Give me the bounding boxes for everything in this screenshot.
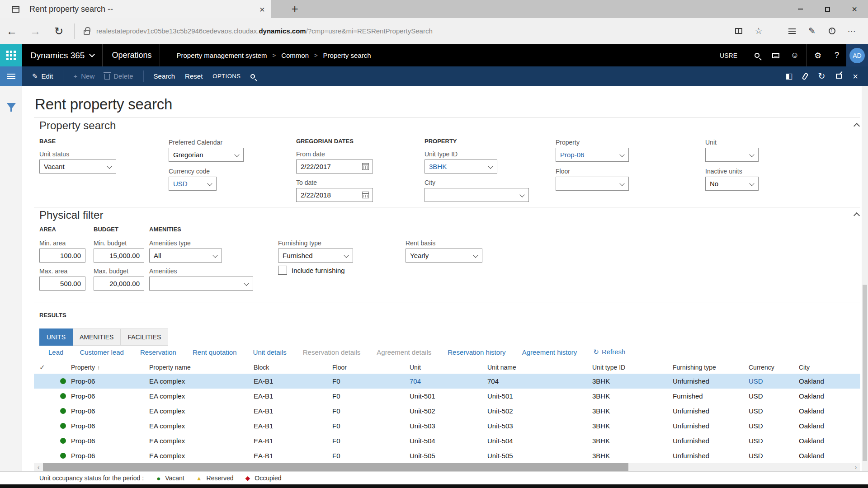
- refresh-icon[interactable]: ↻: [818, 72, 825, 80]
- from-date-input[interactable]: 2/22/2017: [296, 160, 373, 174]
- tab-close-icon[interactable]: ×: [259, 5, 265, 14]
- agreement-history-link[interactable]: Agreement history: [522, 348, 577, 356]
- to-date-input[interactable]: 2/22/2018: [296, 188, 373, 202]
- edit-button[interactable]: ✎Edit: [32, 72, 53, 80]
- column-property-name[interactable]: Property name: [149, 364, 254, 371]
- min-budget-input[interactable]: 15,000.00: [94, 249, 144, 263]
- rent-quotation-link[interactable]: Rent quotation: [193, 348, 237, 356]
- window-maximize-button[interactable]: [814, 0, 841, 18]
- collapse-chevron-icon[interactable]: [854, 123, 860, 129]
- reading-view-button[interactable]: [729, 22, 749, 40]
- chevron-down-icon[interactable]: [90, 52, 95, 57]
- favorite-button[interactable]: ☆: [749, 22, 769, 40]
- table-row[interactable]: Prop-06EA complex EA-B1F0 Unit-502Unit-5…: [34, 404, 860, 418]
- delete-button[interactable]: Delete: [104, 72, 133, 80]
- unit-status-select[interactable]: Vacant: [39, 160, 116, 174]
- property-search-section-title[interactable]: Property search: [39, 119, 116, 132]
- search-command-button[interactable]: Search: [154, 72, 175, 80]
- table-row[interactable]: Prop-06EA complex EA-B1F0 Unit-501Unit-5…: [34, 389, 860, 404]
- lead-link[interactable]: Lead: [48, 348, 63, 356]
- product-name[interactable]: Dynamics 365: [30, 51, 85, 61]
- attachments-icon[interactable]: [802, 72, 809, 80]
- calendar-icon[interactable]: [362, 192, 369, 198]
- browser-more-button[interactable]: ⋯: [842, 22, 862, 40]
- min-area-input[interactable]: 100.00: [39, 249, 85, 263]
- amenities-select[interactable]: [149, 277, 253, 291]
- column-property[interactable]: Property↑: [71, 364, 149, 371]
- table-row[interactable]: Prop-06EA complex EA-B1F0 Unit-505Unit-5…: [34, 448, 860, 463]
- scroll-right-icon[interactable]: ›: [851, 464, 860, 471]
- forward-icon[interactable]: →: [24, 25, 47, 38]
- inactive-units-select[interactable]: No: [705, 177, 759, 191]
- options-menu-button[interactable]: OPTIONS: [212, 73, 241, 80]
- message-button[interactable]: [766, 44, 785, 66]
- horizontal-scrollbar-thumb[interactable]: [43, 463, 628, 471]
- table-row[interactable]: Prop-06EA complex EA-B1F0 Unit-503Unit-5…: [34, 418, 860, 433]
- office-icon[interactable]: ◧: [785, 71, 793, 81]
- column-city[interactable]: City: [799, 364, 860, 371]
- unit-type-id-select[interactable]: 3BHK: [425, 160, 497, 174]
- window-minimize-button[interactable]: [787, 0, 814, 18]
- calendar-icon[interactable]: [362, 163, 369, 170]
- max-budget-input[interactable]: 20,000.00: [94, 277, 144, 291]
- hub-button[interactable]: [782, 22, 802, 40]
- reservation-history-link[interactable]: Reservation history: [448, 348, 505, 356]
- app-name[interactable]: Operations: [112, 51, 151, 60]
- unit-select[interactable]: [705, 148, 759, 162]
- furnishing-type-select[interactable]: Furnished: [278, 249, 353, 263]
- customer-lead-link[interactable]: Customer lead: [80, 348, 124, 356]
- preferred-calendar-select[interactable]: Gregorian: [169, 148, 244, 162]
- column-unit-type-id[interactable]: Unit type ID: [592, 364, 673, 371]
- property-select[interactable]: Prop-06: [556, 148, 629, 162]
- reset-button[interactable]: Reset: [185, 72, 203, 80]
- app-launcher-button[interactable]: [0, 44, 22, 66]
- settings-button[interactable]: ⚙: [808, 44, 827, 66]
- new-button[interactable]: +New: [73, 72, 94, 80]
- close-page-icon[interactable]: ×: [853, 72, 858, 81]
- column-unit[interactable]: Unit: [410, 364, 487, 371]
- table-row[interactable]: Prop-06EA complex EA-B1F0 Unit-504Unit-5…: [34, 433, 860, 448]
- window-close-button[interactable]: ×: [841, 0, 868, 18]
- vertical-scrollbar-thumb[interactable]: [863, 285, 867, 461]
- column-block[interactable]: Block: [254, 364, 332, 371]
- reload-icon[interactable]: ↻: [47, 25, 71, 38]
- column-furnishing-type[interactable]: Furnishing type: [673, 364, 749, 371]
- feedback-button[interactable]: ☺: [785, 44, 804, 66]
- back-icon[interactable]: ←: [0, 25, 24, 38]
- collapse-chevron-icon[interactable]: [854, 212, 860, 219]
- currency-code-select[interactable]: USD: [169, 177, 217, 191]
- browser-tab[interactable]: Rent property search -- ×: [0, 0, 271, 18]
- breadcrumb-item-module[interactable]: Property management system: [176, 52, 267, 59]
- breadcrumb-item-page[interactable]: Property search: [323, 52, 371, 59]
- web-note-button[interactable]: ✎: [802, 22, 822, 40]
- tab-amenities[interactable]: AMENITIES: [73, 328, 121, 346]
- breadcrumb-item-common[interactable]: Common: [281, 52, 309, 59]
- include-furnishing-checkbox[interactable]: [278, 266, 287, 275]
- tab-facilities[interactable]: FACILITIES: [121, 328, 168, 346]
- unit-link[interactable]: 704: [410, 377, 487, 385]
- select-all-check-icon[interactable]: ✓: [39, 363, 60, 371]
- results-table-header[interactable]: ✓ Property↑ Property name Block Floor Un…: [34, 361, 860, 373]
- floor-select[interactable]: [556, 177, 629, 191]
- table-row[interactable]: Prop-06EA complex EA-B1F0 704 7043BHK Un…: [34, 374, 860, 389]
- actionbar-search-button[interactable]: [250, 74, 255, 79]
- column-currency[interactable]: Currency: [749, 364, 799, 371]
- amenities-type-select[interactable]: All: [149, 249, 222, 263]
- column-unit-name[interactable]: Unit name: [487, 364, 592, 371]
- currency-link[interactable]: USD: [749, 377, 799, 385]
- vertical-scrollbar[interactable]: [862, 86, 868, 471]
- scroll-left-icon[interactable]: ‹: [34, 464, 43, 471]
- horizontal-scrollbar[interactable]: ‹ ›: [34, 463, 860, 471]
- reservation-link[interactable]: Reservation: [140, 348, 176, 356]
- share-button[interactable]: [822, 22, 842, 40]
- company-badge[interactable]: USRE: [720, 52, 737, 59]
- url-field[interactable]: realestateprodev1c05be13c5b2946cedevaos.…: [96, 27, 729, 35]
- search-button[interactable]: [747, 44, 766, 66]
- nav-menu-button[interactable]: [0, 66, 22, 86]
- help-button[interactable]: ?: [827, 44, 846, 66]
- physical-filter-section-title[interactable]: Physical filter: [39, 209, 103, 221]
- city-select[interactable]: [425, 188, 529, 202]
- tab-units[interactable]: UNITS: [39, 328, 73, 346]
- max-area-input[interactable]: 500.00: [39, 277, 85, 291]
- rent-basis-select[interactable]: Yearly: [406, 249, 482, 263]
